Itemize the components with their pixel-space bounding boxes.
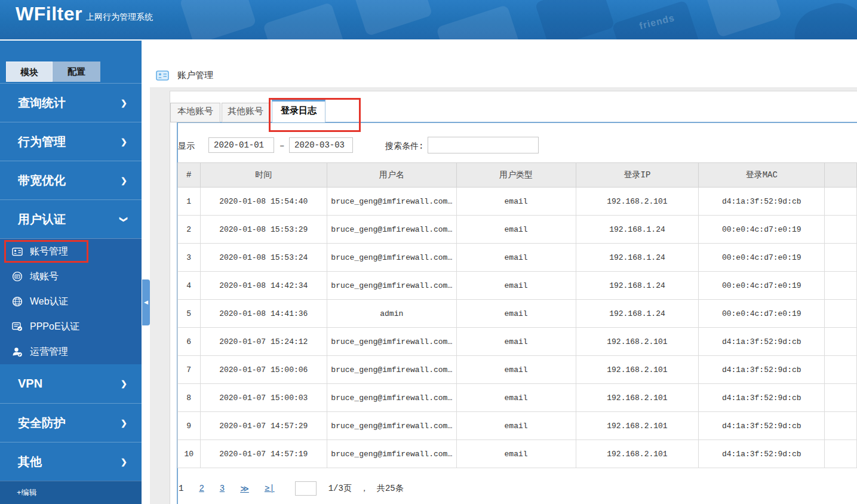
chevron-right-icon: ❯ bbox=[121, 137, 127, 146]
table-cell: 6 bbox=[178, 328, 201, 356]
col-header-login-mac: 登录MAC bbox=[699, 163, 825, 188]
table-cell: bruce_geng@imfirewall.com… bbox=[327, 384, 457, 412]
sidebar-item-pppoe-auth[interactable]: PPPoE认证 bbox=[0, 314, 142, 339]
pagination: 1 2 3 ≫ ≥| 1/3页 ， 共25条 bbox=[179, 481, 412, 496]
keyboard-key-deco bbox=[436, 5, 523, 39]
page-next-button[interactable]: ≫ bbox=[240, 484, 249, 494]
sidebar-item-domain-account[interactable]: 域账号 bbox=[0, 264, 142, 289]
pppoe-doc-check-icon bbox=[12, 322, 23, 331]
sidebar-item-query-stats[interactable]: 查询统计 ❯ bbox=[0, 83, 142, 122]
app-subtitle: 上网行为管理系统 bbox=[86, 12, 153, 23]
app-logo: WFilter bbox=[16, 3, 82, 25]
page-current: 1 bbox=[179, 484, 183, 493]
table-cell: 2020-01-07 15:24:12 bbox=[200, 328, 327, 356]
table-cell: 10 bbox=[178, 440, 201, 468]
show-label: 显示 bbox=[178, 141, 195, 152]
page-title: 账户管理 bbox=[177, 70, 213, 81]
tab-other-accounts[interactable]: 其他账号 bbox=[222, 103, 269, 122]
col-header-clipped bbox=[825, 163, 857, 188]
table-cell: email bbox=[456, 412, 576, 440]
sidebar-item-label: PPPoE认证 bbox=[30, 321, 80, 333]
date-to-input[interactable] bbox=[289, 137, 353, 153]
search-input[interactable] bbox=[428, 137, 539, 153]
sidebar-item-label: 查询统计 bbox=[18, 95, 66, 111]
table-cell: email bbox=[456, 216, 576, 244]
table-cell-clipped bbox=[825, 384, 857, 412]
date-range-separator: – bbox=[279, 141, 284, 150]
table-row: 82020-01-07 15:00:03bruce_geng@imfirewal… bbox=[178, 384, 857, 412]
table-cell: 2020-01-08 15:54:40 bbox=[200, 188, 327, 216]
id-card-icon bbox=[156, 70, 169, 81]
table-cell: 4 bbox=[178, 272, 201, 300]
sidebar-item-label: 用户认证 bbox=[18, 211, 66, 228]
date-from-input[interactable] bbox=[208, 137, 274, 153]
table-row: 72020-01-07 15:00:06bruce_geng@imfirewal… bbox=[178, 356, 857, 384]
keyboard-key-deco bbox=[179, 0, 256, 39]
tab-local-accounts[interactable]: 本地账号 bbox=[170, 103, 220, 122]
sidebar-item-security[interactable]: 安全防护 ❯ bbox=[0, 403, 142, 442]
sidebar-item-web-auth[interactable]: Web认证 bbox=[0, 289, 142, 314]
col-header-username: 用户名 bbox=[327, 163, 457, 188]
sidebar-item-label: 安全防护 bbox=[18, 415, 66, 431]
sidebar-item-behavior-mgmt[interactable]: 行为管理 ❯ bbox=[0, 122, 142, 161]
sidebar-item-label: Web认证 bbox=[30, 296, 69, 308]
table-cell: bruce_geng@imfirewall.com… bbox=[327, 216, 457, 244]
table-cell: email bbox=[456, 272, 576, 300]
table-cell: 192.168.2.101 bbox=[576, 188, 699, 216]
mode-tab-config[interactable]: 配置 bbox=[53, 62, 100, 82]
table-cell: 00:e0:4c:d7:e0:19 bbox=[699, 272, 825, 300]
page-jump-input[interactable] bbox=[295, 481, 317, 496]
table-cell: 1 bbox=[178, 188, 201, 216]
table-cell: 192.168.2.101 bbox=[576, 356, 699, 384]
sidebar-item-vpn[interactable]: VPN ❯ bbox=[0, 364, 142, 403]
chevron-right-icon: ❯ bbox=[121, 457, 127, 466]
table-cell: bruce_geng@imfirewall.com… bbox=[327, 356, 457, 384]
table-cell: bruce_geng@imfirewall.com… bbox=[327, 244, 457, 272]
table-cell: admin bbox=[327, 300, 457, 328]
chevron-right-icon: ❯ bbox=[121, 176, 127, 185]
table-row: 12020-01-08 15:54:40bruce_geng@imfirewal… bbox=[178, 188, 857, 216]
table-cell: 192.168.1.24 bbox=[576, 300, 699, 328]
sidebar-item-label: 其他 bbox=[18, 454, 42, 470]
sidebar-item-user-auth[interactable]: 用户认证 ❯ bbox=[0, 199, 142, 238]
table-cell: 192.168.1.24 bbox=[576, 244, 699, 272]
domain-account-icon bbox=[12, 271, 23, 282]
sidebar-edit-button[interactable]: +编辑 bbox=[0, 481, 142, 504]
table-cell: d4:1a:3f:52:9d:cb bbox=[699, 384, 825, 412]
table-cell: 3 bbox=[178, 244, 201, 272]
keyboard-key-deco bbox=[352, 0, 432, 36]
table-cell: 2020-01-08 15:53:29 bbox=[200, 216, 327, 244]
table-cell: email bbox=[456, 300, 576, 328]
table-header-row: # 时间 用户名 用户类型 登录IP 登录MAC bbox=[178, 163, 857, 188]
sidebar-item-label: 行为管理 bbox=[18, 134, 66, 150]
table-cell: 192.168.1.24 bbox=[576, 272, 699, 300]
page-last-button[interactable]: ≥| bbox=[265, 484, 275, 493]
table-cell: email bbox=[456, 440, 576, 468]
tab-login-log[interactable]: 登录日志 bbox=[272, 100, 325, 122]
table-cell-clipped bbox=[825, 244, 857, 272]
table-cell-clipped bbox=[825, 300, 857, 328]
sidebar-item-label: VPN bbox=[18, 377, 42, 391]
mode-tab-modules[interactable]: 模块 bbox=[6, 62, 53, 82]
sidebar-collapse-handle[interactable]: ◀ bbox=[142, 279, 150, 325]
table-cell: 9 bbox=[178, 412, 201, 440]
sidebar-item-label: 域账号 bbox=[30, 271, 59, 283]
page-link-3[interactable]: 3 bbox=[220, 484, 225, 493]
table-cell: 192.168.1.24 bbox=[576, 216, 699, 244]
sidebar-item-account-mgmt[interactable]: 账号管理 bbox=[0, 239, 142, 264]
page-link-2[interactable]: 2 bbox=[199, 484, 204, 493]
sidebar-item-operation-mgmt[interactable]: 运营管理 bbox=[0, 339, 142, 364]
chevron-down-icon: ❯ bbox=[119, 216, 128, 223]
table-cell: 5 bbox=[178, 300, 201, 328]
page-info-separator: ， bbox=[360, 483, 368, 494]
table-cell: 192.168.2.101 bbox=[576, 328, 699, 356]
sidebar-item-others[interactable]: 其他 ❯ bbox=[0, 442, 142, 481]
sidebar-item-bandwidth[interactable]: 带宽优化 ❯ bbox=[0, 161, 142, 199]
sidebar: 模块 配置 查询统计 ❯ 行为管理 ❯ 带宽优化 ❯ 用户认证 ❯ 账号管理 bbox=[0, 39, 142, 504]
globe-icon bbox=[12, 296, 23, 307]
table-cell: 00:e0:4c:d7:e0:19 bbox=[699, 216, 825, 244]
table-cell: 192.168.2.101 bbox=[576, 440, 699, 468]
table-row: 32020-01-08 15:53:24bruce_geng@imfirewal… bbox=[178, 244, 857, 272]
table-cell: bruce_geng@imfirewall.com… bbox=[327, 412, 457, 440]
table-row: 62020-01-07 15:24:12bruce_geng@imfirewal… bbox=[178, 328, 857, 356]
